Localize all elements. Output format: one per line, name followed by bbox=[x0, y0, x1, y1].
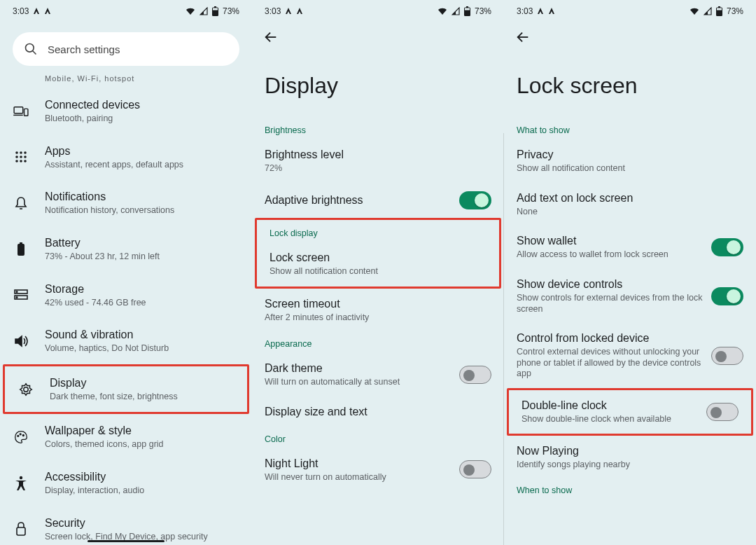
brightness-icon bbox=[18, 382, 34, 397]
back-icon[interactable] bbox=[263, 29, 279, 45]
battery-icon bbox=[17, 242, 25, 256]
apps-icon bbox=[15, 151, 27, 163]
toggle-adaptive-brightness[interactable] bbox=[459, 191, 491, 209]
pref-wallet[interactable]: Show walletAllow access to wallet from l… bbox=[504, 226, 756, 269]
svg-point-13 bbox=[24, 156, 27, 159]
pref-brightness-level[interactable]: Brightness level72% bbox=[252, 139, 504, 183]
toggle-wallet[interactable] bbox=[711, 238, 743, 256]
row-notifications[interactable]: NotificationsNotification history, conve… bbox=[0, 180, 252, 226]
status-time: 3:03 bbox=[13, 6, 29, 16]
pref-screen-timeout[interactable]: Screen timeoutAfter 2 minutes of inactiv… bbox=[252, 289, 504, 332]
pref-privacy[interactable]: PrivacyShow all notification content bbox=[504, 139, 756, 183]
svg-point-14 bbox=[15, 160, 18, 163]
pref-adaptive-brightness[interactable]: Adaptive brightness bbox=[252, 183, 504, 218]
nav-indicator[interactable] bbox=[88, 540, 164, 542]
search-icon bbox=[24, 42, 38, 56]
section-color: Color bbox=[252, 427, 504, 448]
svg-line-4 bbox=[33, 51, 36, 55]
status-battery: 73% bbox=[727, 6, 743, 16]
status-battery: 73% bbox=[475, 6, 491, 16]
svg-point-26 bbox=[20, 434, 21, 435]
battery-icon bbox=[716, 6, 722, 16]
back-icon[interactable] bbox=[515, 29, 531, 45]
devices-icon bbox=[13, 105, 29, 118]
lock-icon bbox=[15, 522, 27, 536]
notification-icon bbox=[44, 8, 51, 15]
section-brightness: Brightness bbox=[252, 118, 504, 139]
wifi-icon bbox=[438, 7, 447, 15]
pref-add-text[interactable]: Add text on lock screenNone bbox=[504, 183, 756, 226]
row-battery[interactable]: Battery73% - About 23 hr, 12 min left bbox=[0, 226, 252, 272]
truncated-subtitle: Mobile, Wi-Fi, hotspot bbox=[45, 74, 252, 83]
battery-icon bbox=[212, 6, 218, 16]
pref-now-playing[interactable]: Now PlayingIdentify songs playing nearby bbox=[504, 436, 756, 479]
pref-control-locked[interactable]: Control from locked deviceControl extern… bbox=[504, 323, 756, 388]
svg-rect-18 bbox=[18, 244, 24, 256]
svg-rect-6 bbox=[24, 109, 28, 116]
svg-point-23 bbox=[16, 297, 18, 298]
pref-night-light[interactable]: Night LightWill never turn on automatica… bbox=[252, 448, 504, 492]
notification-icon bbox=[285, 8, 292, 15]
signal-icon bbox=[451, 7, 460, 15]
svg-point-3 bbox=[26, 44, 34, 53]
page-title: Display bbox=[252, 53, 504, 118]
svg-point-15 bbox=[20, 160, 22, 163]
row-storage[interactable]: Storage42% used - 74.46 GB free bbox=[0, 272, 252, 319]
pref-display-size[interactable]: Display size and text bbox=[252, 396, 504, 427]
svg-point-8 bbox=[15, 152, 18, 155]
row-display[interactable]: DisplayDark theme, font size, brightness bbox=[5, 366, 247, 413]
section-lock-display: Lock display bbox=[257, 221, 499, 242]
svg-point-22 bbox=[16, 291, 18, 293]
status-bar: 3:03 73% bbox=[0, 3, 252, 20]
pref-lock-screen[interactable]: Lock screenShow all notification content bbox=[257, 242, 499, 286]
svg-point-25 bbox=[18, 436, 19, 437]
toggle-device-controls[interactable] bbox=[711, 287, 743, 305]
row-accessibility[interactable]: AccessibilityDisplay, interaction, audio bbox=[0, 460, 252, 506]
svg-point-10 bbox=[24, 152, 27, 155]
svg-rect-1 bbox=[214, 6, 216, 8]
notification-icon bbox=[537, 8, 544, 15]
section-appearance: Appearance bbox=[252, 332, 504, 353]
toggle-dark-theme[interactable] bbox=[459, 366, 491, 384]
row-sound[interactable]: Sound & vibrationVolume, haptics, Do Not… bbox=[0, 318, 252, 364]
highlight-double-clock: Double-line clockShow double-line clock … bbox=[507, 388, 753, 436]
highlight-display: DisplayDark theme, font size, brightness bbox=[3, 364, 249, 415]
toggle-control-locked[interactable] bbox=[711, 347, 743, 365]
row-security[interactable]: SecurityScreen lock, Find My Device, app… bbox=[0, 506, 252, 545]
wifi-icon bbox=[186, 7, 195, 15]
svg-rect-36 bbox=[717, 8, 722, 11]
row-apps[interactable]: AppsAssistant, recent apps, default apps bbox=[0, 134, 252, 181]
svg-rect-5 bbox=[14, 107, 23, 113]
status-time: 3:03 bbox=[265, 6, 281, 16]
svg-point-28 bbox=[20, 476, 22, 479]
notification-icon bbox=[33, 8, 40, 15]
storage-icon bbox=[14, 289, 28, 301]
pref-dark-theme[interactable]: Dark themeWill turn on automatically at … bbox=[252, 353, 504, 396]
status-battery: 73% bbox=[223, 6, 239, 16]
toggle-night-light[interactable] bbox=[459, 460, 491, 478]
search-placeholder: Search settings bbox=[48, 43, 120, 55]
pref-device-controls[interactable]: Show device controlsShow controls for ex… bbox=[504, 269, 756, 323]
palette-icon bbox=[14, 430, 28, 444]
section-what-to-show: What to show bbox=[504, 118, 756, 139]
row-connected-devices[interactable]: Connected devicesBluetooth, pairing bbox=[0, 88, 252, 134]
svg-point-24 bbox=[24, 387, 28, 391]
lock-screen-panel: 3:03 73% Lock screen What to show Privac… bbox=[504, 0, 756, 545]
highlight-lock-display: Lock display Lock screenShow all notific… bbox=[255, 218, 501, 289]
speaker-icon bbox=[14, 335, 28, 347]
bell-icon bbox=[15, 196, 27, 210]
search-settings[interactable]: Search settings bbox=[13, 32, 239, 66]
page-title: Lock screen bbox=[504, 53, 756, 118]
svg-rect-31 bbox=[466, 6, 468, 8]
display-settings-panel: 3:03 73% Display Brightness Brightness l… bbox=[252, 0, 504, 545]
svg-rect-29 bbox=[17, 527, 25, 535]
wifi-icon bbox=[690, 7, 699, 15]
svg-point-27 bbox=[22, 435, 24, 436]
settings-main-panel: 3:03 73% Search settings Mobile, Wi-Fi, … bbox=[0, 0, 252, 545]
pref-double-clock[interactable]: Double-line clockShow double-line clock … bbox=[509, 390, 751, 434]
notification-icon bbox=[296, 8, 303, 15]
svg-point-16 bbox=[24, 160, 27, 163]
svg-point-9 bbox=[20, 152, 22, 155]
row-wallpaper[interactable]: Wallpaper & styleColors, themed icons, a… bbox=[0, 414, 252, 460]
toggle-double-clock[interactable] bbox=[706, 403, 738, 421]
